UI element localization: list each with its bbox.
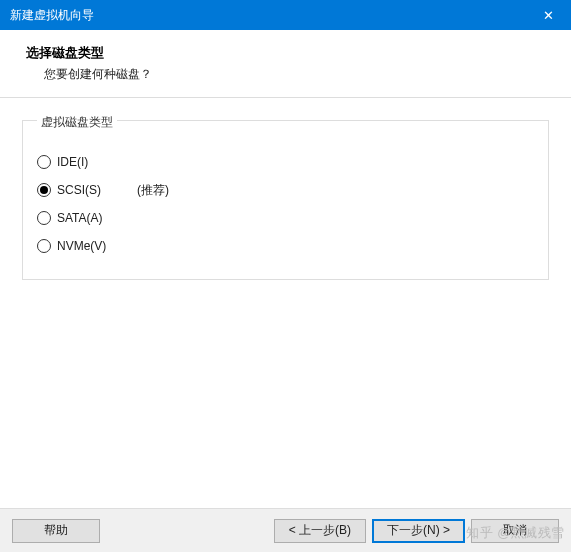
disk-type-fieldset: 虚拟磁盘类型 IDE(I) SCSI(S) (推荐) SATA(A) NVMe(… (22, 120, 549, 280)
titlebar: 新建虚拟机向导 ✕ (0, 0, 571, 30)
radio-label: SCSI(S) (57, 183, 127, 197)
radio-label: NVMe(V) (57, 239, 127, 253)
radio-label: IDE(I) (57, 155, 127, 169)
help-button[interactable]: 帮助 (12, 519, 100, 543)
radio-icon[interactable] (37, 211, 51, 225)
radio-option-sata[interactable]: SATA(A) (37, 207, 534, 229)
radio-option-ide[interactable]: IDE(I) (37, 151, 534, 173)
radio-icon[interactable] (37, 155, 51, 169)
content-area: 虚拟磁盘类型 IDE(I) SCSI(S) (推荐) SATA(A) NVMe(… (0, 98, 571, 280)
close-icon: ✕ (543, 8, 554, 23)
radio-icon[interactable] (37, 183, 51, 197)
back-button[interactable]: < 上一步(B) (274, 519, 366, 543)
page-subtitle: 您要创建何种磁盘？ (26, 66, 571, 83)
radio-option-scsi[interactable]: SCSI(S) (推荐) (37, 179, 534, 201)
fieldset-legend: 虚拟磁盘类型 (37, 114, 117, 131)
window-title: 新建虚拟机向导 (10, 7, 94, 24)
close-button[interactable]: ✕ (526, 0, 571, 30)
radio-label: SATA(A) (57, 211, 127, 225)
disk-type-radio-group: IDE(I) SCSI(S) (推荐) SATA(A) NVMe(V) (37, 151, 534, 257)
radio-option-nvme[interactable]: NVMe(V) (37, 235, 534, 257)
wizard-footer: 帮助 < 上一步(B) 下一步(N) > 取消 (0, 508, 571, 552)
page-title: 选择磁盘类型 (26, 44, 571, 62)
radio-icon[interactable] (37, 239, 51, 253)
next-button[interactable]: 下一步(N) > (372, 519, 465, 543)
cancel-button[interactable]: 取消 (471, 519, 559, 543)
radio-hint: (推荐) (137, 182, 169, 199)
wizard-header: 选择磁盘类型 您要创建何种磁盘？ (0, 30, 571, 98)
